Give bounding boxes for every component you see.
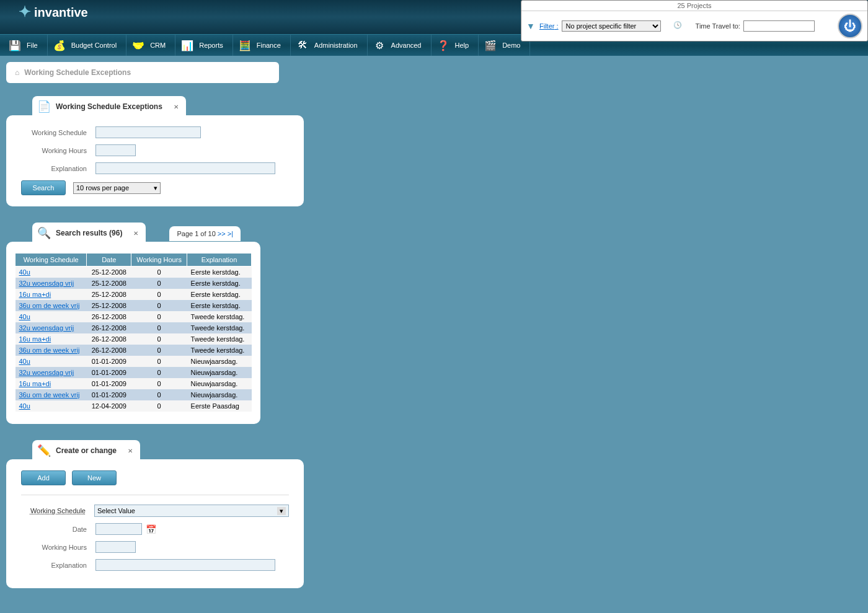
cell-explanation: Eerste kerstdag.: [187, 267, 252, 278]
cell-explanation: Eerste Paasdag: [187, 400, 252, 412]
cell-hours: 0: [131, 345, 187, 356]
cell-date: 01-01-2009: [87, 389, 131, 400]
cell-hours: 0: [131, 267, 187, 278]
filter-label[interactable]: Filter :: [539, 22, 559, 30]
collapse-icon[interactable]: ✕: [128, 448, 133, 454]
cell-explanation: Eerste kerstdag.: [187, 289, 252, 300]
menu-budget[interactable]: 💰Budget Control: [48, 35, 126, 56]
cell-date: 26-12-2008: [87, 311, 131, 322]
menu-help[interactable]: ❓Help: [432, 35, 479, 56]
menu-crm[interactable]: 🤝CRM: [126, 35, 175, 56]
timetravel-label: Time Travel to:: [696, 22, 740, 30]
ws-link[interactable]: 40u: [19, 268, 30, 276]
home-icon[interactable]: ⌂: [15, 68, 19, 77]
cell-date: 01-01-2009: [87, 378, 131, 389]
cell-explanation: Tweede kerstdag.: [187, 345, 252, 356]
menu-file[interactable]: 💾File: [3, 35, 48, 56]
topbar: 25 Projects ▼ Filter : No project specif…: [521, 0, 868, 42]
cell-explanation: Tweede kerstdag.: [187, 333, 252, 345]
timetravel-input[interactable]: [743, 20, 815, 32]
page-last[interactable]: >|: [228, 230, 233, 237]
col-working-schedule[interactable]: Working Schedule: [16, 254, 87, 267]
ws-link[interactable]: 16u ma+di: [19, 335, 51, 343]
table-row: 32u woensdag vrij26-12-20080Tweede kerst…: [16, 322, 252, 333]
cell-hours: 0: [131, 400, 187, 412]
label-working-schedule: Working Schedule: [21, 129, 95, 136]
input-create-ex[interactable]: [95, 559, 275, 571]
input-create-wh[interactable]: [95, 541, 136, 553]
funnel-icon: ▼: [526, 21, 536, 31]
input-working-schedule[interactable]: [95, 126, 201, 138]
label-create-date: Date: [21, 526, 95, 533]
search-panel-title: Working Schedule Exceptions: [56, 102, 162, 111]
cell-date: 01-01-2009: [87, 356, 131, 367]
power-button[interactable]: ⏻: [838, 14, 862, 38]
col-date[interactable]: Date: [87, 254, 131, 267]
table-row: 36u om de week vrij01-01-20090Nieuwjaars…: [16, 389, 252, 400]
calendar-icon[interactable]: 📅: [146, 524, 156, 534]
breadcrumb-text: Working Schedule Exceptions: [24, 68, 131, 77]
cell-explanation: Eerste kerstdag.: [187, 278, 252, 289]
ws-link[interactable]: 36u om de week vrij: [19, 302, 80, 309]
input-explanation[interactable]: [95, 162, 275, 174]
table-row: 40u25-12-20080Eerste kerstdag.: [16, 267, 252, 278]
pencil-icon: ✏️: [37, 444, 51, 457]
demo-icon: 🎬: [484, 38, 497, 52]
cell-date: 25-12-2008: [87, 289, 131, 300]
ws-link[interactable]: 36u om de week vrij: [19, 346, 80, 354]
cell-hours: 0: [131, 289, 187, 300]
create-title: Create or change: [56, 446, 117, 455]
create-panel-tab: ✏️ Create or change ✕: [32, 440, 140, 460]
gear-icon: ⚙: [373, 38, 386, 52]
projects-count[interactable]: 25 Projects: [521, 1, 867, 11]
col-working-hours[interactable]: Working Hours: [131, 254, 187, 267]
cell-date: 26-12-2008: [87, 345, 131, 356]
page-next[interactable]: >>: [218, 230, 226, 237]
ws-link[interactable]: 40u: [19, 358, 30, 365]
input-create-date[interactable]: [95, 523, 142, 535]
ws-link[interactable]: 36u om de week vrij: [19, 391, 80, 399]
rows-per-page-select[interactable]: 10 rows per page: [73, 182, 161, 194]
calculator-icon: 🧮: [238, 38, 252, 52]
new-button[interactable]: New: [72, 470, 117, 485]
cell-hours: 0: [131, 322, 187, 333]
label-explanation: Explanation: [21, 165, 95, 172]
results-table: Working Schedule Date Working Hours Expl…: [15, 253, 252, 412]
tools-icon: 🛠: [296, 38, 309, 52]
label-create-ex: Explanation: [21, 562, 95, 569]
ws-link[interactable]: 32u woensdag vrij: [19, 280, 74, 287]
select-working-schedule[interactable]: Select Value: [94, 505, 289, 517]
cell-explanation: Eerste kerstdag.: [187, 300, 252, 311]
header: invantive 25 Projects ▼ Filter : No proj…: [0, 0, 868, 34]
filter-select[interactable]: No project specific filter: [562, 20, 661, 32]
disk-icon: 💾: [8, 38, 22, 52]
ws-link[interactable]: 40u: [19, 313, 30, 320]
menu-finance[interactable]: 🧮Finance: [233, 35, 291, 56]
chart-icon: 📊: [180, 38, 194, 52]
pagination-tab: Page 1 of 10 >> >|: [169, 226, 241, 241]
ws-link[interactable]: 32u woensdag vrij: [19, 369, 74, 376]
collapse-icon[interactable]: ✕: [133, 230, 138, 237]
ws-link[interactable]: 40u: [19, 402, 30, 410]
ws-link[interactable]: 16u ma+di: [19, 380, 51, 387]
menu-advanced[interactable]: ⚙Advanced: [368, 35, 432, 56]
cell-hours: 0: [131, 278, 187, 289]
budget-icon: 💰: [53, 38, 66, 52]
menu-admin[interactable]: 🛠Administration: [291, 35, 368, 56]
ws-link[interactable]: 16u ma+di: [19, 291, 51, 298]
results-panel: Working Schedule Date Working Hours Expl…: [6, 242, 260, 424]
col-explanation[interactable]: Explanation: [187, 254, 252, 267]
cell-date: 25-12-2008: [87, 278, 131, 289]
handshake-icon: 🤝: [131, 38, 145, 52]
label-create-ws[interactable]: Working Schedule: [21, 507, 94, 514]
input-working-hours[interactable]: [95, 144, 136, 156]
menu-reports[interactable]: 📊Reports: [175, 35, 233, 56]
ws-link[interactable]: 32u woensdag vrij: [19, 324, 74, 332]
search-button[interactable]: Search: [21, 180, 66, 195]
cell-hours: 0: [131, 311, 187, 322]
table-row: 40u01-01-20090Nieuwjaarsdag.: [16, 356, 252, 367]
add-button[interactable]: Add: [21, 470, 66, 485]
collapse-icon[interactable]: ✕: [174, 104, 179, 110]
cell-hours: 0: [131, 389, 187, 400]
page-info: Page 1 of 10: [177, 230, 215, 237]
